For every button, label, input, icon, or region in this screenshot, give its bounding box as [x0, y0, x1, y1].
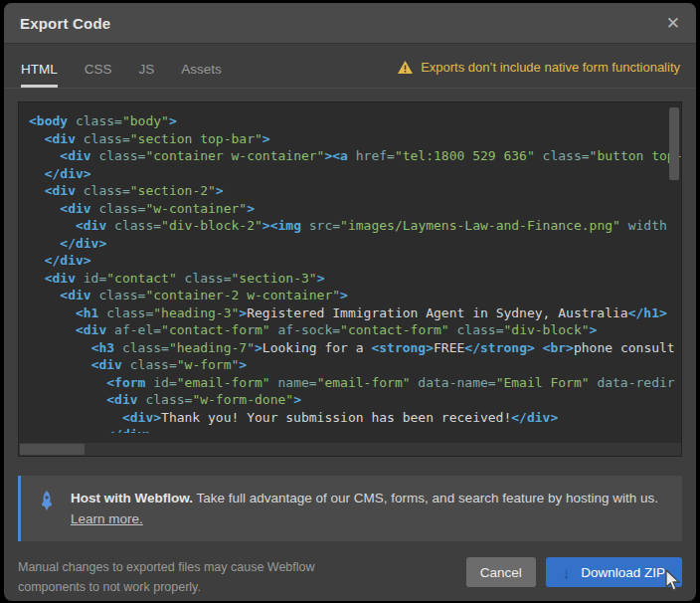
cancel-button[interactable]: Cancel [466, 557, 536, 587]
modal-footer: Manual changes to exported files may cau… [18, 557, 682, 597]
form-warning: Exports don’t include native form functi… [398, 60, 680, 86]
host-banner-body: Take full advantage of our CMS, forms, a… [193, 491, 658, 505]
tab-assets[interactable]: Assets [181, 62, 222, 88]
horizontal-scrollbar-track[interactable] [19, 443, 681, 456]
tab-html[interactable]: HTML [21, 62, 58, 88]
disclaimer-line-2: components to not work properly. [18, 580, 201, 594]
download-zip-label: Download ZIP [581, 565, 665, 580]
host-with-webflow-banner: Host with Webflow. Take full advantage o… [18, 476, 682, 541]
host-banner-bold: Host with Webflow. [71, 491, 193, 505]
download-zip-button[interactable]: ↓ Download ZIP [546, 557, 682, 587]
code-editor[interactable]: <body class="body"> <div class="section … [18, 101, 682, 457]
rocket-icon [38, 491, 56, 514]
disclaimer-text: Manual changes to exported files may cau… [18, 557, 315, 597]
modal-header: Export Code ✕ [4, 3, 696, 44]
disclaimer-line-1: Manual changes to exported files may cau… [18, 560, 315, 574]
close-icon[interactable]: ✕ [666, 15, 680, 32]
modal-title: Export Code [20, 15, 110, 32]
tab-js[interactable]: JS [139, 62, 155, 88]
learn-more-link[interactable]: Learn more. [71, 508, 143, 529]
warning-triangle-icon [398, 61, 413, 74]
tab-bar: HTML CSS JS Assets Exports don’t include… [4, 44, 696, 89]
export-code-modal: Export Code ✕ HTML CSS JS Assets Exports… [4, 3, 696, 601]
code-content: <body class="body"> <div class="section … [19, 102, 681, 433]
horizontal-scrollbar-thumb[interactable] [20, 444, 85, 455]
vertical-scrollbar-thumb[interactable] [669, 107, 679, 180]
tab-css[interactable]: CSS [85, 62, 112, 88]
host-banner-text: Host with Webflow. Take full advantage o… [71, 488, 658, 529]
warning-text: Exports don’t include native form functi… [421, 60, 680, 75]
footer-buttons: Cancel ↓ Download ZIP [466, 557, 682, 587]
download-arrow-icon: ↓ [563, 564, 571, 581]
